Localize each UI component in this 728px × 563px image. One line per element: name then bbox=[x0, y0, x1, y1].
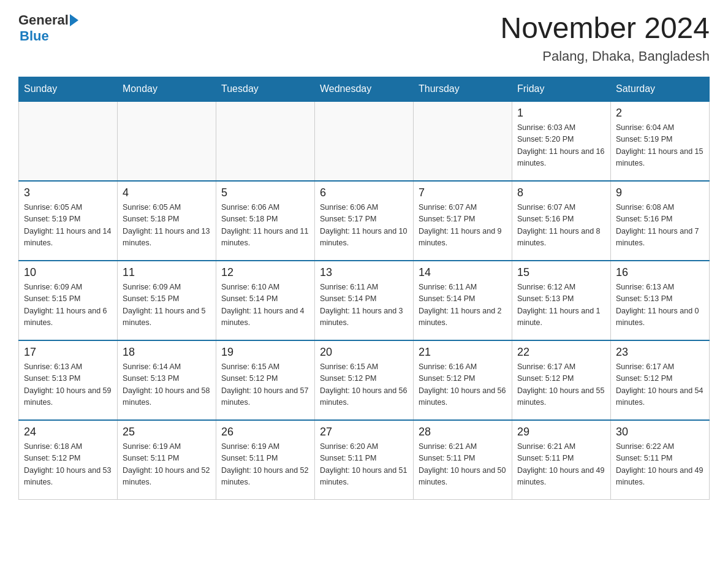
weekday-header-wednesday: Wednesday bbox=[315, 77, 414, 101]
calendar-week-row: 3Sunrise: 6:05 AM Sunset: 5:19 PM Daylig… bbox=[19, 181, 710, 261]
calendar-week-row: 17Sunrise: 6:13 AM Sunset: 5:13 PM Dayli… bbox=[19, 340, 710, 420]
day-number: 30 bbox=[616, 426, 704, 439]
day-info: Sunrise: 6:19 AM Sunset: 5:11 PM Dayligh… bbox=[221, 441, 309, 489]
day-number: 19 bbox=[221, 346, 309, 359]
calendar-cell: 2Sunrise: 6:04 AM Sunset: 5:19 PM Daylig… bbox=[611, 101, 710, 181]
page-header: General Blue November 2024 Palang, Dhaka… bbox=[18, 12, 710, 64]
calendar-subtitle: Palang, Dhaka, Bangladesh bbox=[500, 48, 710, 64]
calendar-cell: 10Sunrise: 6:09 AM Sunset: 5:15 PM Dayli… bbox=[19, 261, 118, 340]
day-info: Sunrise: 6:06 AM Sunset: 5:17 PM Dayligh… bbox=[320, 202, 408, 250]
day-number: 26 bbox=[221, 426, 309, 439]
day-info: Sunrise: 6:06 AM Sunset: 5:18 PM Dayligh… bbox=[221, 202, 309, 250]
calendar-cell: 16Sunrise: 6:13 AM Sunset: 5:13 PM Dayli… bbox=[611, 261, 710, 340]
day-number: 9 bbox=[616, 186, 704, 199]
logo: General Blue bbox=[18, 12, 78, 44]
day-info: Sunrise: 6:15 AM Sunset: 5:12 PM Dayligh… bbox=[320, 361, 408, 409]
day-info: Sunrise: 6:10 AM Sunset: 5:14 PM Dayligh… bbox=[221, 282, 309, 329]
weekday-header-tuesday: Tuesday bbox=[216, 77, 315, 101]
calendar-cell: 21Sunrise: 6:16 AM Sunset: 5:12 PM Dayli… bbox=[414, 340, 512, 420]
day-info: Sunrise: 6:21 AM Sunset: 5:11 PM Dayligh… bbox=[517, 441, 605, 489]
day-number: 23 bbox=[616, 346, 704, 359]
day-number: 2 bbox=[616, 107, 704, 120]
day-number: 15 bbox=[517, 266, 605, 279]
calendar-cell bbox=[414, 101, 512, 181]
weekday-header-row: SundayMondayTuesdayWednesdayThursdayFrid… bbox=[19, 77, 710, 101]
day-info: Sunrise: 6:07 AM Sunset: 5:16 PM Dayligh… bbox=[517, 202, 605, 250]
day-number: 24 bbox=[24, 426, 112, 439]
day-number: 25 bbox=[123, 426, 211, 439]
calendar-cell: 27Sunrise: 6:20 AM Sunset: 5:11 PM Dayli… bbox=[315, 420, 414, 500]
day-info: Sunrise: 6:04 AM Sunset: 5:19 PM Dayligh… bbox=[616, 122, 704, 170]
day-number: 5 bbox=[221, 186, 309, 199]
day-info: Sunrise: 6:11 AM Sunset: 5:14 PM Dayligh… bbox=[419, 282, 507, 329]
day-number: 29 bbox=[517, 426, 605, 439]
calendar-cell: 19Sunrise: 6:15 AM Sunset: 5:12 PM Dayli… bbox=[216, 340, 315, 420]
day-info: Sunrise: 6:12 AM Sunset: 5:13 PM Dayligh… bbox=[517, 282, 605, 329]
weekday-header-saturday: Saturday bbox=[611, 77, 710, 101]
day-info: Sunrise: 6:18 AM Sunset: 5:12 PM Dayligh… bbox=[24, 441, 112, 489]
day-number: 7 bbox=[419, 186, 507, 199]
title-area: November 2024 Palang, Dhaka, Bangladesh bbox=[500, 12, 710, 64]
day-info: Sunrise: 6:09 AM Sunset: 5:15 PM Dayligh… bbox=[24, 282, 112, 329]
day-number: 21 bbox=[419, 346, 507, 359]
calendar-cell: 1Sunrise: 6:03 AM Sunset: 5:20 PM Daylig… bbox=[512, 101, 611, 181]
day-info: Sunrise: 6:11 AM Sunset: 5:14 PM Dayligh… bbox=[320, 282, 408, 329]
day-info: Sunrise: 6:15 AM Sunset: 5:12 PM Dayligh… bbox=[221, 361, 309, 409]
calendar-cell: 5Sunrise: 6:06 AM Sunset: 5:18 PM Daylig… bbox=[216, 181, 315, 261]
calendar-cell bbox=[315, 101, 414, 181]
calendar-title: November 2024 bbox=[500, 12, 710, 45]
calendar-cell: 26Sunrise: 6:19 AM Sunset: 5:11 PM Dayli… bbox=[216, 420, 315, 500]
calendar-cell: 6Sunrise: 6:06 AM Sunset: 5:17 PM Daylig… bbox=[315, 181, 414, 261]
day-number: 4 bbox=[123, 186, 211, 199]
calendar-cell: 25Sunrise: 6:19 AM Sunset: 5:11 PM Dayli… bbox=[118, 420, 216, 500]
calendar-header: SundayMondayTuesdayWednesdayThursdayFrid… bbox=[19, 77, 710, 101]
day-number: 13 bbox=[320, 266, 408, 279]
day-info: Sunrise: 6:17 AM Sunset: 5:12 PM Dayligh… bbox=[616, 361, 704, 409]
calendar-cell: 13Sunrise: 6:11 AM Sunset: 5:14 PM Dayli… bbox=[315, 261, 414, 340]
logo-arrow-icon bbox=[70, 14, 78, 26]
calendar-cell: 11Sunrise: 6:09 AM Sunset: 5:15 PM Dayli… bbox=[118, 261, 216, 340]
day-number: 3 bbox=[24, 186, 112, 199]
day-number: 14 bbox=[419, 266, 507, 279]
day-info: Sunrise: 6:19 AM Sunset: 5:11 PM Dayligh… bbox=[123, 441, 211, 489]
day-info: Sunrise: 6:03 AM Sunset: 5:20 PM Dayligh… bbox=[517, 122, 605, 170]
day-number: 28 bbox=[419, 426, 507, 439]
calendar-cell bbox=[216, 101, 315, 181]
day-info: Sunrise: 6:05 AM Sunset: 5:19 PM Dayligh… bbox=[24, 202, 112, 250]
day-info: Sunrise: 6:17 AM Sunset: 5:12 PM Dayligh… bbox=[517, 361, 605, 409]
weekday-header-thursday: Thursday bbox=[414, 77, 512, 101]
day-info: Sunrise: 6:09 AM Sunset: 5:15 PM Dayligh… bbox=[123, 282, 211, 329]
day-info: Sunrise: 6:13 AM Sunset: 5:13 PM Dayligh… bbox=[24, 361, 112, 409]
calendar-cell: 18Sunrise: 6:14 AM Sunset: 5:13 PM Dayli… bbox=[118, 340, 216, 420]
calendar-cell: 22Sunrise: 6:17 AM Sunset: 5:12 PM Dayli… bbox=[512, 340, 611, 420]
logo-blue-text: Blue bbox=[20, 28, 78, 44]
calendar-cell: 8Sunrise: 6:07 AM Sunset: 5:16 PM Daylig… bbox=[512, 181, 611, 261]
day-info: Sunrise: 6:08 AM Sunset: 5:16 PM Dayligh… bbox=[616, 202, 704, 250]
day-info: Sunrise: 6:07 AM Sunset: 5:17 PM Dayligh… bbox=[419, 202, 507, 250]
calendar-cell: 4Sunrise: 6:05 AM Sunset: 5:18 PM Daylig… bbox=[118, 181, 216, 261]
day-number: 6 bbox=[320, 186, 408, 199]
day-number: 11 bbox=[123, 266, 211, 279]
calendar-cell: 28Sunrise: 6:21 AM Sunset: 5:11 PM Dayli… bbox=[414, 420, 512, 500]
day-number: 22 bbox=[517, 346, 605, 359]
day-number: 18 bbox=[123, 346, 211, 359]
day-number: 17 bbox=[24, 346, 112, 359]
calendar-cell: 24Sunrise: 6:18 AM Sunset: 5:12 PM Dayli… bbox=[19, 420, 118, 500]
weekday-header-friday: Friday bbox=[512, 77, 611, 101]
day-number: 12 bbox=[221, 266, 309, 279]
day-info: Sunrise: 6:14 AM Sunset: 5:13 PM Dayligh… bbox=[123, 361, 211, 409]
calendar-cell: 20Sunrise: 6:15 AM Sunset: 5:12 PM Dayli… bbox=[315, 340, 414, 420]
calendar-cell: 7Sunrise: 6:07 AM Sunset: 5:17 PM Daylig… bbox=[414, 181, 512, 261]
day-number: 10 bbox=[24, 266, 112, 279]
calendar-cell: 14Sunrise: 6:11 AM Sunset: 5:14 PM Dayli… bbox=[414, 261, 512, 340]
calendar-cell: 9Sunrise: 6:08 AM Sunset: 5:16 PM Daylig… bbox=[611, 181, 710, 261]
calendar-cell bbox=[19, 101, 118, 181]
day-info: Sunrise: 6:13 AM Sunset: 5:13 PM Dayligh… bbox=[616, 282, 704, 329]
calendar-body: 1Sunrise: 6:03 AM Sunset: 5:20 PM Daylig… bbox=[19, 101, 710, 500]
weekday-header-monday: Monday bbox=[118, 77, 216, 101]
calendar-cell: 23Sunrise: 6:17 AM Sunset: 5:12 PM Dayli… bbox=[611, 340, 710, 420]
day-number: 16 bbox=[616, 266, 704, 279]
calendar-cell: 12Sunrise: 6:10 AM Sunset: 5:14 PM Dayli… bbox=[216, 261, 315, 340]
day-info: Sunrise: 6:16 AM Sunset: 5:12 PM Dayligh… bbox=[419, 361, 507, 409]
calendar-week-row: 1Sunrise: 6:03 AM Sunset: 5:20 PM Daylig… bbox=[19, 101, 710, 181]
